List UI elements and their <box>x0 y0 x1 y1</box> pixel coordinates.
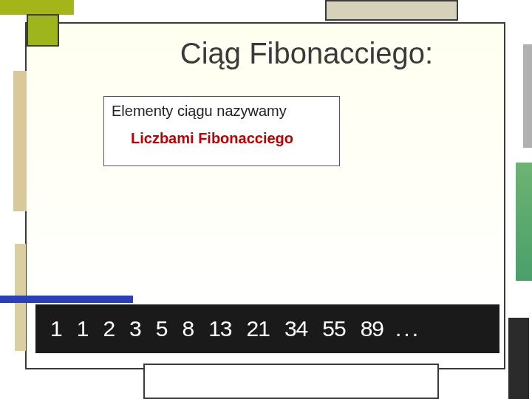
fib-value: 3 <box>129 316 141 341</box>
fib-value: 13 <box>208 316 231 341</box>
deco-top-beige-box <box>325 0 458 21</box>
fib-value: 21 <box>247 316 270 341</box>
fib-value: 2 <box>103 316 115 341</box>
slide-title: Ciąg Fibonacciego: <box>133 37 480 70</box>
deco-top-green-square <box>27 14 59 47</box>
fib-value: 1 <box>50 316 62 341</box>
fib-value: 5 <box>156 316 168 341</box>
fib-value: 8 <box>182 316 194 341</box>
deco-top-olive-bar <box>0 0 74 15</box>
content-box: Elementy ciągu nazywamy Liczbami Fibonac… <box>103 96 340 166</box>
deco-right-gray-strip <box>523 44 532 148</box>
fib-value: 1 <box>77 316 89 341</box>
deco-right-green-strip <box>516 163 532 281</box>
deco-left-strip-top <box>13 71 27 211</box>
deco-right-dark-strip <box>508 318 529 399</box>
fibonacci-sequence-bar: 1 1 2 3 5 8 13 21 34 55 89 ... <box>35 304 499 353</box>
deco-bottom-right-box <box>143 364 439 399</box>
fib-value: 89 <box>361 316 383 341</box>
fib-continues: ... <box>395 316 420 341</box>
fib-value: 55 <box>322 316 345 341</box>
content-line-2: Liczbami Fibonacciego <box>112 130 332 147</box>
fib-value: 34 <box>284 316 307 341</box>
content-line-1: Elementy ciągu nazywamy <box>112 103 332 120</box>
deco-bottom-blue-bar <box>0 296 133 303</box>
